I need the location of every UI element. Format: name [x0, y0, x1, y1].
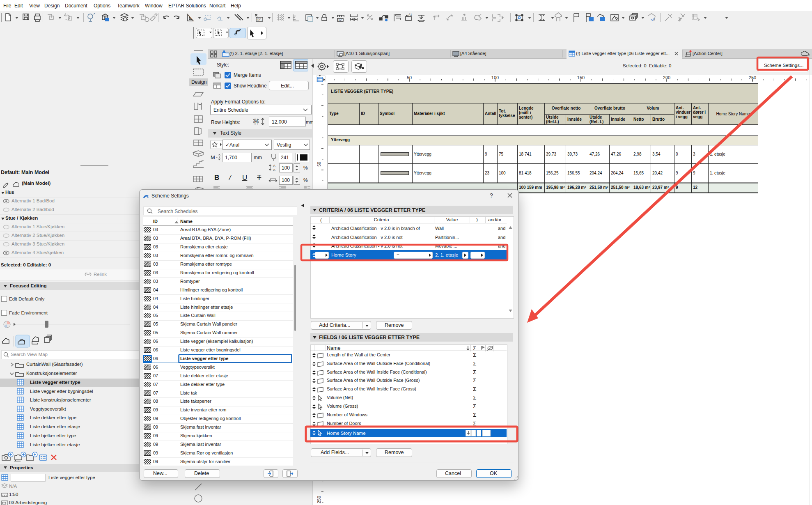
svg-text:M: M	[254, 119, 258, 124]
svg-text:M: M	[211, 154, 215, 161]
svg-text:XY:: XY:	[257, 18, 261, 21]
svg-text:A: A	[273, 168, 275, 172]
svg-text:12: 12	[338, 18, 342, 21]
svg-text:A1: A1	[408, 13, 412, 16]
svg-text:A: A	[273, 164, 275, 168]
